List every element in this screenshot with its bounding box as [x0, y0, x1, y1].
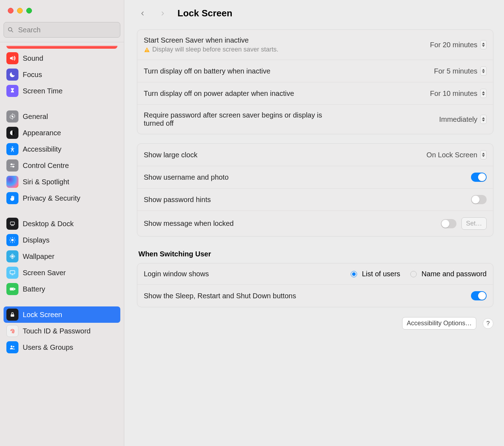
radio-list-of-users[interactable]: List of users [351, 270, 400, 278]
setting-value: On Lock Screen [427, 151, 477, 159]
speaker-icon [6, 52, 18, 64]
svg-point-0 [9, 28, 12, 31]
set-locked-message-button[interactable]: Set… [461, 217, 487, 230]
stepper-icon [480, 150, 487, 159]
sidebar: Sound Focus Screen Time General Appearan… [0, 0, 124, 446]
sidebar-item-screen-saver[interactable]: Screen Saver [4, 265, 120, 281]
sidebar-item-label: Screen Saver [23, 269, 66, 277]
sidebar-item-label: Users & Groups [23, 343, 73, 352]
svg-point-23 [10, 256, 11, 257]
window-zoom-button[interactable] [26, 8, 32, 13]
sidebar-item-clipped [6, 46, 117, 49]
sidebar-item-general[interactable]: General [4, 108, 120, 125]
svg-rect-30 [11, 314, 14, 317]
stepper-icon [480, 89, 487, 98]
search-input[interactable] [4, 22, 120, 38]
svg-point-4 [12, 147, 13, 148]
hourglass-icon [6, 85, 18, 97]
toggle-username-photo[interactable] [471, 173, 487, 182]
display-icon [6, 267, 18, 279]
sidebar-item-siri-spotlight[interactable]: Siri & Spotlight [4, 174, 120, 190]
toggle-sleep-restart-shutdown[interactable] [471, 291, 487, 300]
sidebar-item-users-groups[interactable]: Users & Groups [4, 339, 120, 355]
setting-value-select[interactable]: Immediately [439, 115, 487, 124]
svg-point-20 [12, 256, 13, 257]
setting-label: Show password hints [144, 196, 211, 204]
window-close-button[interactable] [8, 8, 13, 13]
contrast-icon [6, 127, 18, 139]
window-minimize-button[interactable] [17, 8, 23, 13]
help-button[interactable]: ? [483, 318, 493, 329]
svg-rect-10 [11, 225, 14, 226]
setting-value-select[interactable]: On Lock Screen [427, 150, 487, 159]
sidebar-item-screen-time[interactable]: Screen Time [4, 83, 120, 99]
setting-value-select[interactable]: For 5 minutes [434, 66, 487, 76]
svg-point-32 [13, 346, 14, 347]
sidebar-item-control-centre[interactable]: Control Centre [4, 157, 120, 174]
sidebar-item-desktop-dock[interactable]: Desktop & Dock [4, 216, 120, 232]
svg-point-21 [12, 254, 13, 255]
svg-point-2 [12, 116, 13, 118]
sidebar-item-displays[interactable]: Displays [4, 232, 120, 248]
stepper-icon [480, 66, 487, 76]
sidebar-item-label: Privacy & Security [23, 194, 80, 202]
svg-rect-25 [10, 271, 15, 274]
siri-icon [6, 176, 18, 188]
sidebar-item-touch-id-password[interactable]: Touch ID & Password [4, 323, 120, 339]
sidebar-item-label: Wallpaper [23, 252, 54, 261]
svg-line-17 [14, 242, 15, 243]
search-icon [7, 27, 14, 33]
setting-value-select[interactable]: For 20 minutes [430, 40, 487, 49]
setting-label: Turn display off on power adapter when i… [144, 89, 294, 98]
sidebar-item-label: Lock Screen [23, 311, 62, 319]
battery-icon [6, 283, 18, 295]
svg-rect-29 [11, 288, 13, 289]
setting-value-select[interactable]: For 10 minutes [430, 89, 487, 98]
svg-line-19 [14, 238, 15, 239]
sidebar-item-wallpaper[interactable]: Wallpaper [4, 248, 120, 265]
sidebar-item-battery[interactable]: Battery [4, 281, 120, 297]
hand-icon [6, 192, 18, 204]
search-field[interactable] [4, 22, 120, 38]
toggle-password-hints[interactable] [471, 195, 487, 204]
flower-icon [6, 250, 18, 262]
svg-point-6 [11, 164, 12, 165]
nav-back-button[interactable] [138, 9, 148, 18]
sidebar-item-label: General [23, 113, 48, 121]
sidebar-group: Lock Screen Touch ID & Password Users & … [4, 306, 120, 355]
sidebar-item-accessibility[interactable]: Accessibility [4, 141, 120, 157]
setting-label: Require password after screen saver begi… [144, 111, 328, 127]
svg-point-22 [12, 257, 13, 259]
setting-label: Start Screen Saver when inactive [144, 36, 278, 44]
setting-label: Show message when locked [144, 219, 234, 228]
sidebar-item-label: Displays [23, 236, 50, 244]
accessibility-options-button[interactable]: Accessibility Options… [402, 317, 476, 330]
setting-label: Show large clock [144, 151, 197, 159]
users-icon [6, 341, 18, 353]
sidebar-group: Desktop & Dock Displays Wallpaper Screen… [4, 216, 120, 297]
nav-forward-button[interactable] [158, 9, 168, 18]
moon-icon [6, 69, 18, 81]
setting-value: Immediately [439, 115, 477, 124]
gear-icon [6, 110, 18, 123]
accessibility-icon [6, 143, 18, 155]
sidebar-item-label: Focus [23, 71, 42, 79]
settings-card-lockscreen: Show large clock On Lock Screen Show use… [137, 143, 493, 236]
sidebar-item-appearance[interactable]: Appearance [4, 125, 120, 141]
fingerprint-icon [6, 325, 18, 337]
main-content: Lock Screen Start Screen Saver when inac… [124, 0, 504, 446]
sidebar-item-sound[interactable]: Sound [4, 50, 120, 66]
sidebar-group: Sound Focus Screen Time [4, 50, 120, 99]
titlebar: Lock Screen [124, 0, 504, 27]
sidebar-item-privacy-security[interactable]: Privacy & Security [4, 190, 120, 206]
svg-rect-34 [147, 51, 147, 51]
toggle-locked-message[interactable] [441, 219, 456, 228]
setting-label: Show the Sleep, Restart and Shut Down bu… [144, 292, 296, 300]
sidebar-item-lock-screen[interactable]: Lock Screen [4, 306, 120, 323]
setting-label: Login window shows [144, 270, 209, 278]
sidebar-item-focus[interactable]: Focus [4, 66, 120, 83]
svg-rect-33 [147, 49, 147, 50]
svg-line-16 [10, 238, 11, 239]
radio-name-password[interactable]: Name and password [410, 270, 487, 278]
svg-point-11 [11, 239, 14, 241]
